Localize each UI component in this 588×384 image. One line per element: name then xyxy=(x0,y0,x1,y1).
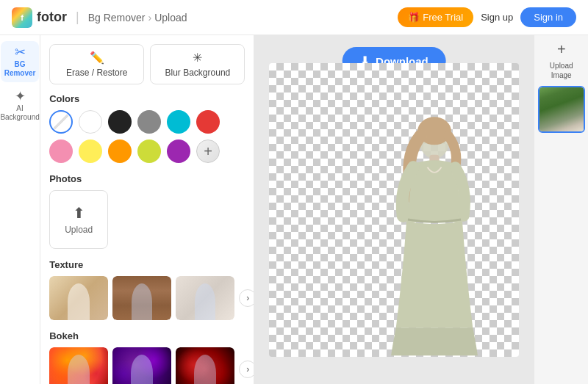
tool-sidebar: ✂ BGRemover ✦ AIBackground xyxy=(0,35,40,384)
color-black[interactable] xyxy=(108,110,132,134)
blur-background-button[interactable]: ✳ Blur Background xyxy=(150,44,245,84)
texture-title: Texture xyxy=(49,259,245,270)
header-right: 🎁 Free Trial Sign up Sign in xyxy=(398,7,576,27)
breadcrumb-sep: › xyxy=(148,12,151,23)
gift-icon: 🎁 xyxy=(408,12,420,23)
upload-label: Upload xyxy=(65,225,93,235)
color-lime[interactable] xyxy=(137,140,161,163)
breadcrumb-page: Bg Remover xyxy=(88,12,146,23)
sidebar-item-ai-background[interactable]: ✦ AIBackground xyxy=(1,85,39,126)
photo-upload-button[interactable]: ⬆ Upload xyxy=(49,190,108,249)
color-pink[interactable] xyxy=(49,140,73,163)
photos-title: Photos xyxy=(49,173,245,184)
erase-restore-label: Erase / Restore xyxy=(66,68,127,78)
breadcrumb: Bg Remover › Upload xyxy=(88,12,187,23)
options-panel: ✏️ Erase / Restore ✳ Blur Background Col… xyxy=(40,35,254,384)
color-gray[interactable] xyxy=(137,110,161,134)
color-orange[interactable] xyxy=(108,140,132,163)
image-thumbnail[interactable] xyxy=(538,86,585,133)
erase-restore-button[interactable]: ✏️ Erase / Restore xyxy=(49,44,144,84)
main-layout: ✂ BGRemover ✦ AIBackground ✏️ Erase / Re… xyxy=(0,35,588,384)
colors-title: Colors xyxy=(49,93,245,104)
bokeh-thumbnails: › xyxy=(49,347,245,384)
canvas-checkerboard xyxy=(269,63,519,357)
upload-image-button[interactable]: + UploadImage xyxy=(538,41,585,80)
bokeh-section: Bokeh xyxy=(49,330,245,384)
signup-button[interactable]: Sign up xyxy=(481,12,513,23)
color-transparent[interactable] xyxy=(49,110,73,134)
fotor-logo: f fotor xyxy=(12,7,67,28)
color-yellow[interactable] xyxy=(79,140,102,163)
tool-buttons-row: ✏️ Erase / Restore ✳ Blur Background xyxy=(49,44,245,84)
breadcrumb-sub: Upload xyxy=(154,12,187,23)
fotor-logo-icon: f xyxy=(12,7,32,28)
bokeh-next-arrow[interactable]: › xyxy=(239,361,254,378)
free-trial-label: Free Trial xyxy=(423,12,463,23)
color-white[interactable] xyxy=(79,110,102,134)
color-red[interactable] xyxy=(196,110,220,134)
pencil-icon: ✏️ xyxy=(90,51,104,65)
bg-remover-label: BGRemover xyxy=(4,60,36,78)
plus-icon: + xyxy=(557,41,566,58)
upload-image-label: UploadImage xyxy=(550,61,573,80)
sidebar-item-bg-remover[interactable]: ✂ BGRemover xyxy=(1,41,39,82)
bokeh-title: Bokeh xyxy=(49,330,245,341)
bokeh-thumb-3[interactable] xyxy=(176,347,234,384)
texture-section: Texture xyxy=(49,259,245,320)
logo-text: fotor xyxy=(37,10,67,25)
texture-thumb-1[interactable] xyxy=(49,276,108,320)
texture-thumb-2[interactable] xyxy=(112,276,171,320)
header: f fotor | Bg Remover › Upload 🎁 Free Tri… xyxy=(0,0,588,35)
header-divider: | xyxy=(76,10,79,25)
canvas-area: ⬇ Download xyxy=(254,35,534,384)
ai-icon: ✦ xyxy=(15,90,26,103)
add-color-button[interactable]: + xyxy=(196,140,220,163)
photos-section: Photos ⬆ Upload xyxy=(49,173,245,249)
ai-background-label: AIBackground xyxy=(0,104,39,122)
colors-grid: + xyxy=(49,110,245,163)
scissors-icon: ✂ xyxy=(15,46,26,59)
colors-section: Colors + xyxy=(49,93,245,163)
texture-thumb-3[interactable] xyxy=(176,276,234,320)
color-purple[interactable] xyxy=(167,140,190,163)
free-trial-button[interactable]: 🎁 Free Trial xyxy=(398,7,473,27)
blur-icon: ✳ xyxy=(193,51,202,65)
texture-next-arrow[interactable]: › xyxy=(239,289,254,307)
bokeh-thumb-2[interactable] xyxy=(112,347,171,384)
header-left: f fotor | Bg Remover › Upload xyxy=(12,7,187,28)
woman-figure xyxy=(365,96,504,357)
color-cyan[interactable] xyxy=(167,110,190,134)
texture-thumbnails: › xyxy=(49,276,245,320)
bokeh-thumb-1[interactable] xyxy=(49,347,108,384)
right-sidebar: + UploadImage xyxy=(534,35,588,384)
blur-background-label: Blur Background xyxy=(165,68,231,78)
signin-button[interactable]: Sign in xyxy=(520,7,576,27)
upload-icon: ⬆ xyxy=(73,204,85,222)
